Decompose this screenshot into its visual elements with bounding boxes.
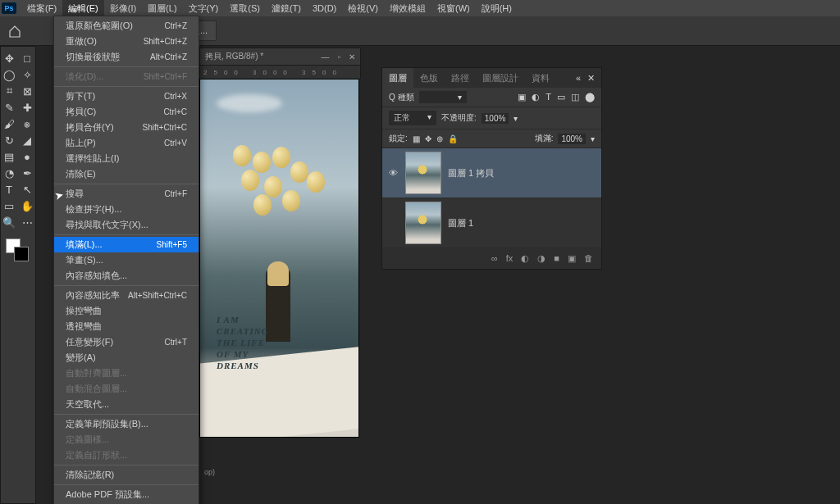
home-icon[interactable]: [7, 23, 23, 39]
lock-image-icon[interactable]: ▦: [413, 134, 420, 143]
layer-name[interactable]: 圖層 1: [448, 217, 473, 229]
link-layers-icon[interactable]: ∞: [491, 253, 498, 264]
menu-plugins[interactable]: 增效模組: [384, 0, 431, 17]
edit-menu-item[interactable]: 操控彎曲: [54, 303, 199, 319]
filter-image-icon[interactable]: ▣: [518, 92, 526, 102]
edit-menu-item[interactable]: 天空取代...: [54, 397, 199, 412]
filter-shape-icon[interactable]: ▭: [557, 92, 565, 102]
menu-edit[interactable]: 編輯(E): [62, 0, 104, 17]
close-icon[interactable]: ✕: [349, 52, 355, 61]
menu-select[interactable]: 選取(S): [224, 0, 266, 17]
menu-layer[interactable]: 圖層(L): [142, 0, 182, 17]
edit-menu-item[interactable]: 變形(A): [54, 350, 199, 366]
healing-tool-icon[interactable]: ✚: [18, 99, 36, 116]
maximize-icon[interactable]: ▫: [337, 52, 340, 61]
edit-menu-item[interactable]: Adobe PDF 預設集...: [54, 487, 199, 502]
menu-filter[interactable]: 濾鏡(T): [266, 0, 307, 17]
edit-menu-item[interactable]: 選擇性貼上(I): [54, 151, 199, 166]
adjustment-layer-icon[interactable]: ◑: [537, 253, 546, 264]
filter-type-icon[interactable]: T: [546, 92, 551, 102]
edit-menu-item[interactable]: 透視彎曲: [54, 319, 199, 334]
layer-thumbnail[interactable]: [405, 202, 441, 244]
edit-menu-item[interactable]: 檢查拼字(H)...: [54, 202, 199, 217]
document-titlebar[interactable]: 拷貝, RGB/8#) * — ▫ ✕: [199, 48, 361, 66]
filter-toggle-icon[interactable]: ⬤: [585, 92, 595, 102]
edit-menu-item[interactable]: 重做(O)Shift+Ctrl+Z: [54, 34, 199, 49]
layer-row[interactable]: 圖層 1: [382, 198, 601, 248]
menu-3d[interactable]: 3D(D): [307, 1, 342, 16]
panel-close-icon[interactable]: ✕: [587, 73, 595, 84]
dodge-tool-icon[interactable]: ◔: [0, 165, 18, 181]
edit-menu-item[interactable]: 任意變形(F)Ctrl+T: [54, 334, 199, 350]
blend-mode-dropdown[interactable]: 正常▾: [389, 111, 436, 125]
tab-channels[interactable]: 色版: [413, 68, 445, 89]
fill-value[interactable]: 100%: [558, 134, 586, 144]
menu-help[interactable]: 說明(H): [476, 0, 518, 17]
tab-layers[interactable]: 圖層: [382, 68, 413, 89]
group-layers-icon[interactable]: ■: [554, 253, 559, 264]
color-swatches[interactable]: [1, 238, 35, 263]
layer-mask-icon[interactable]: ◐: [521, 253, 529, 264]
opacity-value[interactable]: 100%: [482, 113, 509, 124]
background-color[interactable]: [14, 247, 29, 261]
minimize-icon[interactable]: —: [321, 52, 329, 61]
lock-position-icon[interactable]: ✥: [425, 134, 431, 143]
layer-filter-dropdown[interactable]: ▾: [419, 91, 467, 103]
layer-fx-icon[interactable]: fx: [506, 253, 514, 264]
menu-file[interactable]: 檔案(F): [21, 0, 62, 17]
edit-menu-item[interactable]: 定義筆刷預設集(B)...: [54, 416, 199, 432]
delete-layer-icon[interactable]: 🗑: [584, 253, 593, 264]
canvas[interactable]: I AM CREATING THE LIFE OF MY DREAMS: [199, 79, 359, 438]
hand-tool-icon[interactable]: ✋: [18, 198, 36, 214]
filter-smart-icon[interactable]: ◫: [571, 92, 579, 102]
edit-menu-item[interactable]: 清除記憶(R): [54, 467, 199, 483]
layer-name[interactable]: 圖層 1 拷貝: [448, 167, 494, 179]
more-tool-icon[interactable]: ⋯: [18, 214, 36, 230]
document-tab[interactable]: op): [199, 465, 220, 479]
panel-collapse-icon[interactable]: «: [576, 73, 581, 84]
frame-tool-icon[interactable]: ⊠: [18, 83, 36, 99]
stamp-tool-icon[interactable]: ⎈: [18, 116, 36, 132]
crop-tool-icon[interactable]: ⌗: [0, 83, 18, 99]
eraser-tool-icon[interactable]: ◢: [18, 132, 36, 148]
edit-menu-item[interactable]: 清除(E): [54, 166, 199, 182]
eyedropper-icon[interactable]: ✎: [0, 99, 18, 116]
marquee-tool-icon[interactable]: □: [18, 50, 36, 66]
edit-menu-item[interactable]: 尋找與取代文字(X)...: [54, 217, 199, 233]
edit-menu-item[interactable]: 內容感知填色...: [54, 268, 199, 284]
tab-layercomp[interactable]: 圖層設計: [476, 68, 525, 89]
menu-view[interactable]: 檢視(V): [342, 0, 384, 17]
filter-adjust-icon[interactable]: ◐: [532, 92, 540, 102]
edit-menu-item[interactable]: 填滿(L)...Shift+F5: [54, 237, 199, 252]
edit-menu-item[interactable]: 筆畫(S)...: [54, 252, 199, 268]
layer-row[interactable]: 👁 圖層 1 拷貝: [382, 148, 601, 198]
gradient-tool-icon[interactable]: ▤: [0, 148, 18, 165]
edit-menu-item[interactable]: 搜尋Ctrl+F: [54, 186, 199, 202]
edit-menu-item[interactable]: 貼上(P)Ctrl+V: [54, 135, 199, 151]
blur-tool-icon[interactable]: ●: [18, 148, 36, 165]
visibility-toggle-icon[interactable]: 👁: [387, 168, 399, 178]
edit-menu-item[interactable]: 切換最後狀態Alt+Ctrl+Z: [54, 49, 199, 65]
pen-tool-icon[interactable]: ✒: [18, 165, 36, 181]
lock-artboard-icon[interactable]: ⊕: [436, 134, 443, 143]
tab-libraries[interactable]: 資料: [525, 68, 556, 89]
shape-tool-icon[interactable]: ▭: [0, 198, 18, 214]
history-brush-icon[interactable]: ↻: [0, 132, 18, 148]
move-tool-icon[interactable]: ✥: [0, 50, 18, 66]
edit-menu-item[interactable]: 剪下(T)Ctrl+X: [54, 89, 199, 104]
edit-menu-item[interactable]: 拷貝合併(Y)Shift+Ctrl+C: [54, 120, 199, 135]
menu-window[interactable]: 視窗(W): [431, 0, 476, 17]
menu-type[interactable]: 文字(Y): [183, 0, 225, 17]
new-layer-icon[interactable]: ▣: [568, 253, 576, 264]
edit-menu-item[interactable]: 拷貝(C)Ctrl+C: [54, 104, 199, 120]
brush-tool-icon[interactable]: 🖌: [0, 116, 18, 132]
magic-wand-icon[interactable]: ✧: [18, 66, 36, 83]
lock-all-icon[interactable]: 🔒: [448, 134, 458, 143]
edit-menu-item[interactable]: 內容感知比率Alt+Shift+Ctrl+C: [54, 288, 199, 303]
type-tool-icon[interactable]: T: [0, 181, 18, 198]
edit-menu-item[interactable]: 還原顏色範圍(O)Ctrl+Z: [54, 18, 199, 34]
tab-paths[interactable]: 路徑: [445, 68, 476, 89]
path-tool-icon[interactable]: ↖: [18, 181, 36, 198]
menu-image[interactable]: 影像(I): [104, 0, 142, 17]
layer-thumbnail[interactable]: [405, 152, 441, 194]
